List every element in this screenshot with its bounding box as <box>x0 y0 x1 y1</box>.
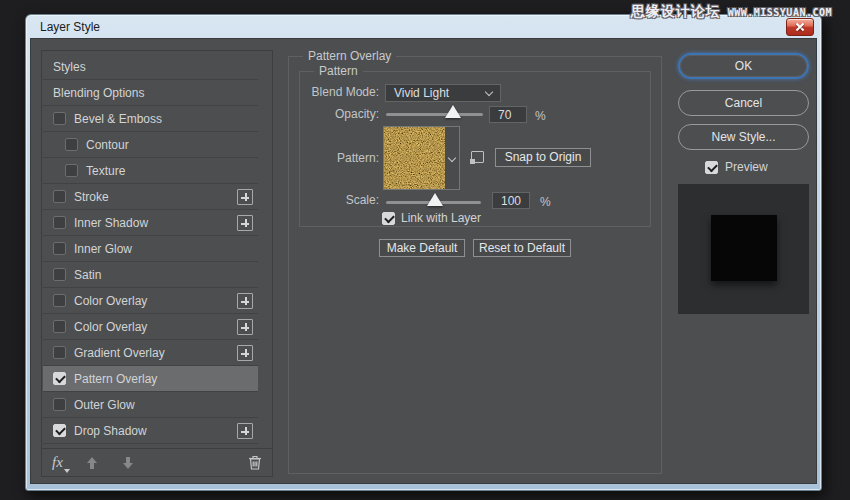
blend-mode-value: Vivid Light <box>394 86 449 100</box>
watermark: 思缘设计论坛 WWW.MISSYUAN.COM <box>631 3 832 21</box>
scale-slider-thumb[interactable] <box>427 193 443 206</box>
chevron-down-icon <box>448 154 456 162</box>
style-list-item[interactable]: Inner Glow <box>43 236 258 262</box>
style-list-item[interactable]: Color Overlay <box>43 288 258 314</box>
style-enable-checkbox[interactable] <box>65 138 78 151</box>
styles-list: Styles Blending Options Bevel & Emboss C… <box>43 54 258 444</box>
dialog-title: Layer Style <box>40 20 100 34</box>
preview-checkbox[interactable] <box>705 161 718 174</box>
link-with-layer-label: Link with Layer <box>401 211 481 225</box>
pattern-overlay-group-title: Pattern Overlay <box>303 50 396 62</box>
style-item-label: Satin <box>74 268 101 282</box>
style-enable-checkbox[interactable] <box>53 320 66 333</box>
style-list-item[interactable]: Texture <box>43 158 258 184</box>
style-preview-thumbnail <box>678 184 809 314</box>
style-item-label: Blending Options <box>53 86 144 100</box>
blend-mode-label: Blend Mode: <box>271 84 379 101</box>
pattern-label: Pattern: <box>271 150 379 167</box>
style-enable-checkbox[interactable] <box>53 294 66 307</box>
new-pattern-preset-icon[interactable] <box>471 151 484 163</box>
style-item-label: Gradient Overlay <box>74 346 165 360</box>
snap-to-origin-button[interactable]: Snap to Origin <box>495 148 591 167</box>
style-item-label: Color Overlay <box>74 294 147 308</box>
scale-input[interactable] <box>492 192 530 209</box>
preview-layer-square <box>711 215 777 281</box>
style-list-item[interactable]: Contour <box>43 132 258 158</box>
style-item-label: Inner Glow <box>74 242 132 256</box>
style-list-item[interactable]: Pattern Overlay <box>43 366 258 392</box>
preview-label: Preview <box>725 160 768 174</box>
style-item-label: Color Overlay <box>74 320 147 334</box>
style-enable-checkbox[interactable] <box>53 346 66 359</box>
opacity-unit: % <box>535 109 546 123</box>
add-effect-icon[interactable] <box>237 189 253 205</box>
delete-effect-icon[interactable] <box>248 455 262 470</box>
add-effect-icon[interactable] <box>237 345 253 361</box>
style-list-item[interactable]: Bevel & Emboss <box>43 106 258 132</box>
fx-menu-icon[interactable]: fx <box>52 454 63 471</box>
opacity-input[interactable] <box>489 106 527 123</box>
style-list-item[interactable]: Inner Shadow <box>43 210 258 236</box>
pattern-swatch[interactable] <box>384 127 445 189</box>
style-enable-checkbox[interactable] <box>53 190 66 203</box>
style-enable-checkbox[interactable] <box>53 112 66 125</box>
style-list-item[interactable]: Satin <box>43 262 258 288</box>
style-list-item[interactable]: Stroke <box>43 184 258 210</box>
new-style-button[interactable]: New Style... <box>678 124 809 150</box>
dialog-content: Styles Blending Options Bevel & Emboss C… <box>30 38 817 484</box>
move-up-icon[interactable] <box>85 456 99 470</box>
ok-button[interactable]: OK <box>678 53 809 79</box>
pattern-picker[interactable] <box>383 126 460 190</box>
style-list-item[interactable]: Outer Glow <box>43 392 258 418</box>
style-enable-checkbox[interactable] <box>53 372 66 385</box>
blend-mode-select[interactable]: Vivid Light <box>385 84 501 102</box>
style-item-label: Styles <box>53 60 86 74</box>
cancel-button[interactable]: Cancel <box>678 90 809 116</box>
style-item-label: Outer Glow <box>74 398 135 412</box>
style-item-label: Texture <box>86 164 125 178</box>
link-with-layer-row: Link with Layer <box>382 211 481 225</box>
scale-unit: % <box>540 195 551 209</box>
style-list-item[interactable]: Gradient Overlay <box>43 340 258 366</box>
style-item-label: Contour <box>86 138 129 152</box>
style-item-label: Bevel & Emboss <box>74 112 162 126</box>
style-item-label: Pattern Overlay <box>74 372 157 386</box>
style-list-item[interactable]: Styles <box>43 54 258 80</box>
opacity-slider-thumb[interactable] <box>445 105 461 118</box>
pattern-subgroup-title: Pattern <box>314 65 363 77</box>
opacity-label: Opacity: <box>271 106 379 123</box>
style-item-label: Stroke <box>74 190 109 204</box>
style-enable-checkbox[interactable] <box>53 398 66 411</box>
style-list-item[interactable]: Drop Shadow <box>43 418 258 444</box>
move-down-icon[interactable] <box>121 456 135 470</box>
style-list-item[interactable]: Color Overlay <box>43 314 258 340</box>
link-with-layer-checkbox[interactable] <box>382 212 395 225</box>
style-enable-checkbox[interactable] <box>53 216 66 229</box>
make-default-button[interactable]: Make Default <box>379 239 465 257</box>
add-effect-icon[interactable] <box>237 423 253 439</box>
watermark-cn-text: 思缘设计论坛 <box>631 3 721 21</box>
style-item-label: Inner Shadow <box>74 216 148 230</box>
style-enable-checkbox[interactable] <box>65 164 78 177</box>
styles-list-panel: Styles Blending Options Bevel & Emboss C… <box>41 50 273 477</box>
style-item-label: Drop Shadow <box>74 424 147 438</box>
style-enable-checkbox[interactable] <box>53 242 66 255</box>
watermark-url-text: WWW.MISSYUAN.COM <box>728 7 832 18</box>
preview-row: Preview <box>705 160 768 174</box>
style-enable-checkbox[interactable] <box>53 268 66 281</box>
style-enable-checkbox[interactable] <box>53 424 66 437</box>
scale-label: Scale: <box>271 192 379 209</box>
layer-style-dialog: Layer Style Styles Blending Options Beve… <box>25 14 822 491</box>
styles-list-footer: fx <box>42 448 272 476</box>
chevron-down-icon <box>485 87 493 95</box>
add-effect-icon[interactable] <box>237 215 253 231</box>
opacity-slider-track[interactable] <box>386 113 483 116</box>
add-effect-icon[interactable] <box>237 319 253 335</box>
add-effect-icon[interactable] <box>237 293 253 309</box>
style-list-item[interactable]: Blending Options <box>43 80 258 106</box>
pattern-dropdown-arrow[interactable] <box>445 127 459 189</box>
reset-to-default-button[interactable]: Reset to Default <box>473 239 571 257</box>
